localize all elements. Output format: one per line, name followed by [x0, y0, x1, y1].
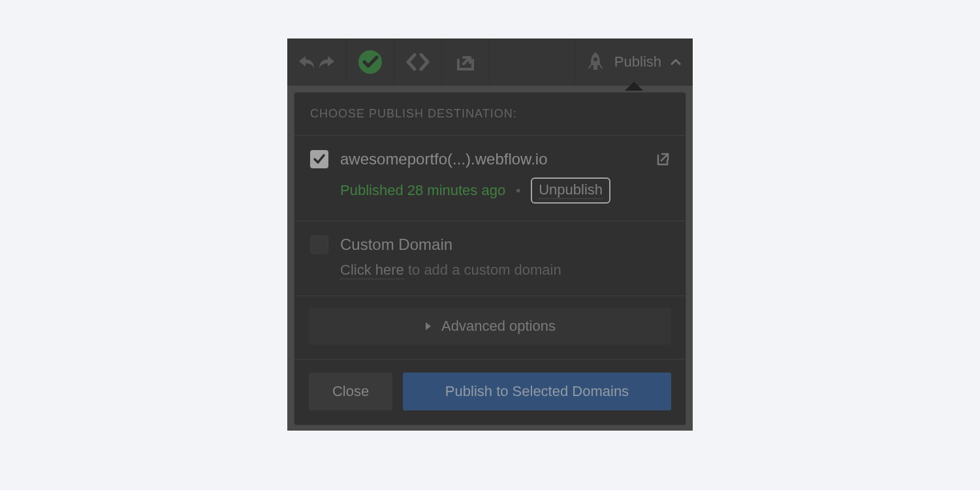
check-circle-icon [357, 49, 383, 75]
advanced-options-toggle[interactable]: Advanced options [309, 308, 671, 345]
publish-to-selected-button[interactable]: Publish to Selected Domains [403, 373, 671, 410]
publish-dropdown: CHOOSE PUBLISH DESTINATION: awesomeportf… [294, 92, 686, 425]
custom-domain-subtext: Click here to add a custom domain [310, 262, 670, 279]
caret-right-icon [424, 321, 432, 331]
destination-staging: awesomeportfo(...).webflow.io Published … [294, 136, 686, 221]
undo-icon[interactable] [296, 54, 316, 70]
close-button[interactable]: Close [309, 373, 392, 410]
checkmark-icon [313, 153, 326, 165]
publish-status: Published 28 minutes ago [340, 182, 505, 199]
separator-dot: • [516, 184, 520, 197]
dropdown-heading: CHOOSE PUBLISH DESTINATION: [294, 93, 686, 135]
code-icon [405, 53, 430, 71]
toolbar: Publish [287, 38, 693, 85]
chevron-up-icon [671, 58, 681, 66]
external-link-icon[interactable] [654, 151, 670, 167]
custom-domain-title: Custom Domain [340, 236, 452, 254]
destination-checkbox[interactable] [310, 236, 328, 254]
publish-dropdown-trigger[interactable]: Publish [575, 38, 693, 85]
close-label: Close [332, 383, 369, 400]
svg-point-1 [593, 57, 597, 61]
publish-to-selected-label: Publish to Selected Domains [445, 383, 629, 400]
dropdown-caret [625, 82, 643, 91]
code-button[interactable] [394, 38, 441, 85]
advanced-options-label: Advanced options [441, 318, 556, 335]
unpublish-button[interactable]: Unpublish [531, 177, 610, 204]
publish-label: Publish [614, 54, 661, 70]
custom-domain-sub-rest: to add a custom domain [404, 262, 561, 278]
dropdown-footer: Close Publish to Selected Domains [294, 359, 686, 425]
destination-checkbox[interactable] [310, 150, 328, 168]
unpublish-label: Unpublish [539, 181, 603, 199]
rocket-icon [586, 52, 605, 72]
destination-domain: awesomeportfo(...).webflow.io [340, 150, 642, 168]
add-custom-domain-link[interactable]: Click here [340, 262, 404, 279]
redo-icon[interactable] [317, 54, 337, 70]
export-icon [454, 52, 477, 72]
destination-custom: Custom Domain Click here to add a custom… [294, 221, 686, 296]
status-ok-button[interactable] [347, 38, 394, 85]
export-button[interactable] [442, 38, 489, 85]
designer-topbar-panel: Publish CHOOSE PUBLISH DESTINATION: awes… [287, 38, 693, 431]
